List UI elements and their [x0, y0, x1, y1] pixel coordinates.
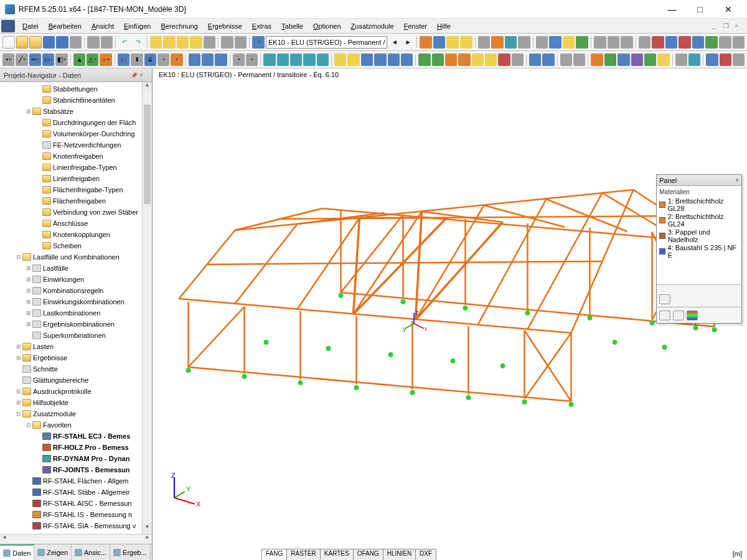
- snap-tab-ofang[interactable]: OFANG: [353, 549, 383, 560]
- member-button[interactable]: ═: [29, 54, 41, 66]
- navigator-close-icon[interactable]: ×: [139, 72, 148, 78]
- tree-item[interactable]: RF-HOLZ Pro - Bemess: [0, 442, 142, 452]
- results-toggle-button[interactable]: [446, 36, 459, 49]
- snap-tab-dxf[interactable]: DXF: [415, 549, 436, 560]
- snap-tab-kartes[interactable]: KARTES: [320, 549, 354, 560]
- zoom-win-button[interactable]: [347, 54, 359, 66]
- grid-button[interactable]: [204, 36, 216, 49]
- tree-item[interactable]: Anschlüsse: [0, 218, 142, 228]
- vis-2-button[interactable]: [432, 54, 444, 66]
- tree-item[interactable]: ⊞Einwirkungskombinationen: [0, 297, 142, 307]
- vis-6-button[interactable]: [485, 54, 497, 66]
- vis-7-button[interactable]: [498, 54, 510, 66]
- load-4-button[interactable]: [157, 54, 169, 66]
- tool-c-button[interactable]: [665, 36, 678, 49]
- protocol-button[interactable]: [235, 36, 247, 49]
- tree-item[interactable]: Durchdringungen der Fläch: [0, 118, 142, 128]
- tree-item[interactable]: ⊞Kombinationsregeln: [0, 286, 142, 296]
- mdi-icon[interactable]: [1, 20, 15, 32]
- tree-item[interactable]: Volumenkörper-Durchdring: [0, 129, 142, 139]
- dim-2-button[interactable]: [246, 54, 258, 66]
- nav-tab-zeigen[interactable]: Zeigen: [34, 544, 72, 560]
- tree-item[interactable]: RF-STAHL Stäbe - Allgemeir: [0, 487, 142, 497]
- tree-item[interactable]: Knotenkopplungen: [0, 230, 142, 240]
- minimize-button[interactable]: —: [658, 1, 686, 18]
- vis-5-button[interactable]: [472, 54, 484, 66]
- display-2-button[interactable]: [491, 36, 504, 49]
- ext-7-button[interactable]: [675, 54, 687, 66]
- tree-item[interactable]: Linienfreigaben: [0, 174, 142, 184]
- tree-item[interactable]: ⊞Lasten: [0, 342, 142, 352]
- node-button[interactable]: •: [2, 54, 14, 66]
- ax-2-button[interactable]: [542, 54, 554, 66]
- tool-f-button[interactable]: [705, 36, 718, 49]
- sec-3-button[interactable]: [290, 54, 302, 66]
- tree-item[interactable]: Linienfreigabe-Typen: [0, 162, 142, 172]
- tree-item[interactable]: Knotenfreigaben: [0, 151, 142, 161]
- display-1-button[interactable]: [478, 36, 491, 49]
- ext-8-button[interactable]: [688, 54, 700, 66]
- tree-item[interactable]: ⊟Favoriten: [0, 420, 142, 430]
- loadcase-nav-button[interactable]: [252, 36, 265, 49]
- sec-1-button[interactable]: [263, 54, 275, 66]
- mdi-restore-icon[interactable]: ❐: [723, 22, 732, 30]
- menu-optionen[interactable]: Optionen: [308, 21, 346, 32]
- tree-scrollbar[interactable]: ▲ ▼: [142, 82, 152, 534]
- tree-item[interactable]: Scheiben: [0, 241, 142, 251]
- hscroll-left-icon[interactable]: ◄: [0, 534, 9, 544]
- navigator-tree[interactable]: StabbettungenStabnichtlinearitäten⊞Stabs…: [0, 82, 152, 534]
- move-button[interactable]: [163, 36, 176, 49]
- menu-ergebnisse[interactable]: Ergebnisse: [203, 21, 247, 32]
- panel-tool-a[interactable]: [659, 310, 670, 320]
- surface-button[interactable]: ▭: [42, 54, 54, 66]
- ext-2-button[interactable]: [604, 54, 616, 66]
- panel-tool-c[interactable]: [687, 310, 698, 320]
- open-recent-button[interactable]: [29, 36, 42, 49]
- scroll-up-icon[interactable]: ▲: [143, 82, 152, 92]
- results-show-button[interactable]: [460, 36, 472, 49]
- render-3-button[interactable]: [621, 36, 633, 49]
- mesh-button[interactable]: [433, 36, 446, 49]
- vis-3-button[interactable]: [445, 54, 457, 66]
- tool-a-button[interactable]: [639, 36, 651, 49]
- rotate-button[interactable]: [190, 36, 202, 49]
- tree-item[interactable]: ⊞Lastfälle: [0, 263, 142, 273]
- ext-10-button[interactable]: [720, 54, 731, 66]
- menu-einfügen[interactable]: Einfügen: [119, 21, 156, 32]
- tree-item[interactable]: Superkombinationen: [0, 330, 142, 340]
- edit-1-button[interactable]: [189, 54, 200, 66]
- maximize-button[interactable]: □: [686, 1, 714, 18]
- hscroll-right-icon[interactable]: ►: [143, 534, 152, 544]
- next-button[interactable]: ►: [402, 36, 415, 49]
- save-all-button[interactable]: [56, 36, 68, 49]
- open-button[interactable]: [16, 36, 29, 49]
- tree-item[interactable]: Stabbettungen: [0, 84, 142, 94]
- select-button[interactable]: [150, 36, 162, 49]
- mdi-close-icon[interactable]: ×: [735, 22, 743, 30]
- scroll-thumb[interactable]: [144, 105, 151, 204]
- zoom-button[interactable]: [177, 36, 189, 49]
- sec-4-button[interactable]: [303, 54, 315, 66]
- tool-d-button[interactable]: [679, 36, 691, 49]
- tree-item[interactable]: ⊟Lastfälle und Kombinationen: [0, 252, 142, 262]
- panel-close-icon[interactable]: ×: [735, 177, 739, 184]
- tree-item[interactable]: FE-Netzverdichtungen: [0, 140, 142, 150]
- save-button[interactable]: [43, 36, 55, 49]
- tree-item[interactable]: ⊞Einwirkungen: [0, 274, 142, 284]
- menu-berechnung[interactable]: Berechnung: [156, 21, 202, 32]
- tool-g-button[interactable]: [719, 36, 731, 49]
- vis-1-button[interactable]: [418, 54, 430, 66]
- redo-button[interactable]: ↷: [132, 36, 144, 49]
- tree-item[interactable]: RF-STAHL AISC - Bemessun: [0, 498, 142, 508]
- tree-item[interactable]: ⊞Lastkombinationen: [0, 308, 142, 318]
- load-1-button[interactable]: ↓: [118, 54, 129, 66]
- edit-3-button[interactable]: [215, 54, 227, 66]
- ext-9-button[interactable]: [706, 54, 718, 66]
- pin-icon[interactable]: 📌: [131, 72, 139, 78]
- tree-item[interactable]: ⊞Ergebnisse: [0, 353, 142, 363]
- menu-datei[interactable]: Datei: [17, 21, 44, 32]
- ext-1-button[interactable]: [591, 54, 603, 66]
- tree-item[interactable]: RF-STAHL SIA - Bemessung v: [0, 521, 142, 531]
- tree-item[interactable]: RF-JOINTS - Bemessun: [0, 465, 142, 475]
- view-1-button[interactable]: [536, 36, 548, 49]
